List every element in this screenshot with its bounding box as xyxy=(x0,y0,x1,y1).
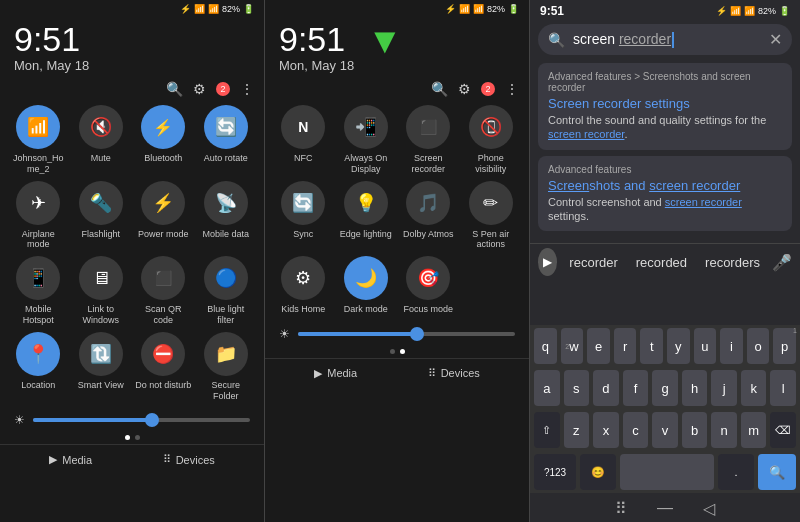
key-a[interactable]: a xyxy=(534,370,560,406)
key-t[interactable]: t xyxy=(640,328,663,364)
key-k[interactable]: k xyxy=(741,370,767,406)
key-z[interactable]: z xyxy=(564,412,590,448)
tile-mobile-data[interactable]: 📡 Mobile data xyxy=(198,181,255,251)
key-m[interactable]: m xyxy=(741,412,767,448)
brightness-bar-1[interactable]: ☀ xyxy=(0,405,264,431)
tile-autorotate[interactable]: 🔄 Auto rotate xyxy=(198,105,255,175)
media-button-1[interactable]: ▶ Media xyxy=(49,453,92,466)
key-d[interactable]: d xyxy=(593,370,619,406)
key-e[interactable]: e xyxy=(587,328,610,364)
key-l[interactable]: l xyxy=(770,370,796,406)
tile-dnd[interactable]: ⛔ Do not disturb xyxy=(135,332,192,402)
airplane-tile-label: Airplane mode xyxy=(10,229,67,251)
key-shift[interactable]: ⇧ xyxy=(534,412,560,448)
notif-badge-1[interactable]: 2 xyxy=(216,82,230,96)
devices-button-2[interactable]: ⠿ Devices xyxy=(428,367,480,380)
key-b[interactable]: b xyxy=(682,412,708,448)
key-period[interactable]: . xyxy=(718,454,754,490)
tile-sync[interactable]: 🔄 Sync xyxy=(275,181,332,251)
key-h[interactable]: h xyxy=(682,370,708,406)
key-backspace[interactable]: ⌫ xyxy=(770,412,796,448)
tile-secure-folder[interactable]: 📁 Secure Folder xyxy=(198,332,255,402)
key-i[interactable]: i xyxy=(720,328,743,364)
tile-screen-recorder[interactable]: ⬛ Screen recorder xyxy=(400,105,457,175)
mic-icon[interactable]: 🎤 xyxy=(772,253,792,272)
suggestion-word-1[interactable]: recorder xyxy=(563,253,623,272)
tile-mute[interactable]: 🔇 Mute xyxy=(73,105,130,175)
suggestion-arrow[interactable]: ▶ xyxy=(538,248,557,276)
key-c[interactable]: c xyxy=(623,412,649,448)
tile-spen[interactable]: ✏ S Pen air actions xyxy=(463,181,520,251)
settings-icon-2[interactable]: ⚙ xyxy=(458,81,471,97)
tile-blue-light[interactable]: 🔵 Blue light filter xyxy=(198,256,255,326)
location-tile-icon: 📍 xyxy=(16,332,60,376)
tile-edge-lighting[interactable]: 💡 Edge lighting xyxy=(338,181,395,251)
tile-power[interactable]: ⚡ Power mode xyxy=(135,181,192,251)
result-item-1[interactable]: Advanced features > Screenshots and scre… xyxy=(538,63,792,150)
mobiledata-tile-label: Mobile data xyxy=(202,229,249,240)
result-desc-1: Control the sound and quality settings f… xyxy=(548,113,782,142)
tile-phone-visibility[interactable]: 📵 Phone visibility xyxy=(463,105,520,175)
key-q[interactable]: 1q xyxy=(534,328,557,364)
suggestion-word-3[interactable]: recorders xyxy=(699,253,766,272)
tile-aod[interactable]: 📲 Always On Display xyxy=(338,105,395,175)
tile-hotspot[interactable]: 📱 Mobile Hotspot xyxy=(10,256,67,326)
more-icon-2[interactable]: ⋮ xyxy=(505,81,519,97)
brightness-track-1[interactable] xyxy=(33,418,250,422)
brightness-bar-2[interactable]: ☀ xyxy=(265,319,529,345)
tile-dolby[interactable]: 🎵 Dolby Atmos xyxy=(400,181,457,251)
nav-home-icon[interactable]: — xyxy=(657,499,673,518)
key-g[interactable]: g xyxy=(652,370,678,406)
focus-mode-tile-label: Focus mode xyxy=(403,304,453,315)
key-f[interactable]: f xyxy=(623,370,649,406)
nav-back-icon[interactable]: ◁ xyxy=(703,499,715,518)
suggestion-word-2[interactable]: recorded xyxy=(630,253,693,272)
more-icon-1[interactable]: ⋮ xyxy=(240,81,254,97)
clear-icon[interactable]: ✕ xyxy=(769,30,782,49)
key-o[interactable]: o xyxy=(747,328,770,364)
nav-apps-icon[interactable]: ⠿ xyxy=(615,499,627,518)
tile-kids-home[interactable]: ⚙ Kids Home xyxy=(275,256,332,315)
tile-airplane[interactable]: ✈ Airplane mode xyxy=(10,181,67,251)
key-v[interactable]: v xyxy=(652,412,678,448)
tile-nfc[interactable]: N NFC xyxy=(275,105,332,175)
result-item-2[interactable]: Advanced features Screenshots and screen… xyxy=(538,156,792,232)
key-numbers[interactable]: ?123 xyxy=(534,454,576,490)
settings-icon-1[interactable]: ⚙ xyxy=(193,81,206,97)
search-icon-1[interactable]: 🔍 xyxy=(166,81,183,97)
key-r[interactable]: r xyxy=(614,328,637,364)
battery-icon-3: 🔋 xyxy=(779,6,790,16)
focus-mode-tile-icon: 🎯 xyxy=(406,256,450,300)
media-button-2[interactable]: ▶ Media xyxy=(314,367,357,380)
tile-bluetooth[interactable]: ⚡ Bluetooth xyxy=(135,105,192,175)
search-icon-2[interactable]: 🔍 xyxy=(431,81,448,97)
tile-location[interactable]: 📍 Location xyxy=(10,332,67,402)
search-bar[interactable]: 🔍 screen recorder ✕ xyxy=(538,24,792,55)
key-y[interactable]: y xyxy=(667,328,690,364)
notif-badge-2[interactable]: 2 xyxy=(481,82,495,96)
tile-empty xyxy=(463,256,520,315)
brightness-low-icon: ☀ xyxy=(14,413,25,427)
tile-scan-qr[interactable]: ⬛ Scan QR code xyxy=(135,256,192,326)
key-j[interactable]: j xyxy=(711,370,737,406)
key-n[interactable]: n xyxy=(711,412,737,448)
tile-dark-mode[interactable]: 🌙 Dark mode xyxy=(338,256,395,315)
brightness-thumb-1[interactable] xyxy=(145,413,159,427)
spen-tile-icon: ✏ xyxy=(469,181,513,225)
search-input[interactable]: screen recorder xyxy=(573,31,761,48)
key-search[interactable]: 🔍 xyxy=(758,454,796,490)
brightness-track-2[interactable] xyxy=(298,332,515,336)
tile-smart-view[interactable]: 🔃 Smart View xyxy=(73,332,130,402)
devices-button-1[interactable]: ⠿ Devices xyxy=(163,453,215,466)
key-s[interactable]: s xyxy=(564,370,590,406)
tile-link-windows[interactable]: 🖥 Link to Windows xyxy=(73,256,130,326)
key-x[interactable]: x xyxy=(593,412,619,448)
key-u[interactable]: u xyxy=(694,328,717,364)
key-space[interactable] xyxy=(620,454,714,490)
tile-flashlight[interactable]: 🔦 Flashlight xyxy=(73,181,130,251)
key-w[interactable]: 2w xyxy=(561,328,584,364)
brightness-thumb-2[interactable] xyxy=(410,327,424,341)
tile-wifi[interactable]: 📶 Johnson_Home_2 xyxy=(10,105,67,175)
key-emoji[interactable]: 😊 xyxy=(580,454,616,490)
tile-focus-mode[interactable]: 🎯 Focus mode xyxy=(400,256,457,315)
